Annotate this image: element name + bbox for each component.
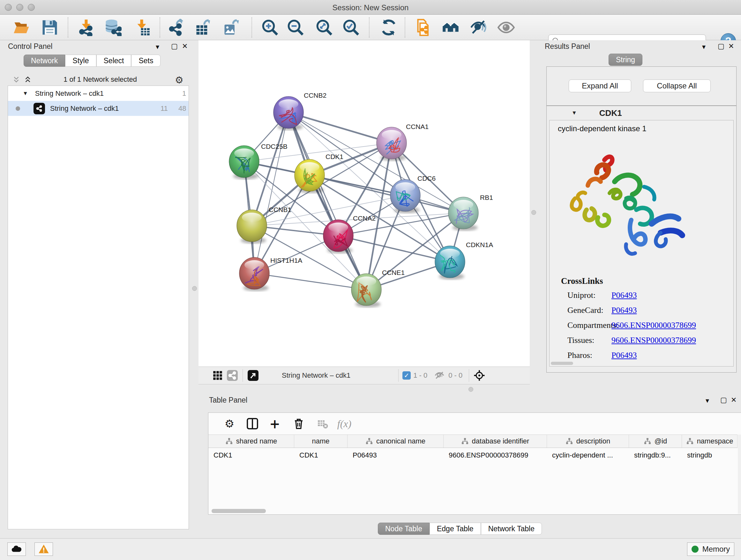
collapse-all-button[interactable]: Collapse All xyxy=(643,79,711,92)
column-header-database-identifier[interactable]: database identifier xyxy=(444,435,547,448)
import-table-button[interactable] xyxy=(132,18,151,37)
birds-eye-view-icon[interactable] xyxy=(473,369,486,382)
column-header-name[interactable]: name xyxy=(294,435,347,448)
table-row[interactable]: CDK1CDK1P064939606.ENSP00000378699cyclin… xyxy=(208,448,738,462)
network-node-ccnb1[interactable]: CCNB1 xyxy=(237,206,291,244)
home-networks-button[interactable] xyxy=(441,18,460,37)
column-header--id[interactable]: @id xyxy=(629,435,682,448)
panel-float-icon[interactable]: ▢ xyxy=(720,396,727,404)
network-row[interactable]: String Network – cdk1 11 48 xyxy=(8,101,189,116)
zoom-selected-button[interactable] xyxy=(341,18,360,37)
tab-sets[interactable]: Sets xyxy=(131,55,160,67)
table-cell[interactable]: 9606.ENSP00000378699 xyxy=(444,448,547,462)
network-canvas[interactable]: CCNB2CCNA1CDC25BCDK1CDC6RB1CCNB1CCNA2CDK… xyxy=(199,40,530,367)
selected-checkbox-icon[interactable]: ✓ xyxy=(402,371,411,380)
table-cell[interactable]: cyclin-dependent ... xyxy=(547,448,629,462)
tab-select[interactable]: Select xyxy=(96,55,131,67)
tab-style[interactable]: Style xyxy=(65,55,96,67)
crosslink-link[interactable]: 9606.ENSP00000378699 xyxy=(611,335,696,345)
show-columns-icon[interactable] xyxy=(244,415,261,432)
node-label-ccnb2: CCNB2 xyxy=(304,91,327,99)
entry-header[interactable]: ▼ CDK1 xyxy=(547,106,736,120)
memory-button[interactable]: Memory xyxy=(687,543,734,556)
panel-collapse-icon[interactable]: ▾ xyxy=(156,43,159,51)
table-vscrollbar[interactable] xyxy=(738,435,741,514)
column-header-description[interactable]: description xyxy=(547,435,629,448)
column-header-canonical-name[interactable]: canonical name xyxy=(347,435,444,448)
entry-collapse-arrow-icon[interactable]: ▼ xyxy=(571,110,577,116)
network-node-cdc6[interactable]: CDC6 xyxy=(390,175,435,213)
zoom-out-button[interactable] xyxy=(286,18,305,37)
panel-collapse-icon[interactable]: ▾ xyxy=(702,43,705,51)
network-edge[interactable] xyxy=(310,175,463,213)
right-splitter-handle[interactable] xyxy=(531,210,536,215)
export-table-button[interactable] xyxy=(194,18,213,37)
tab-network[interactable]: Network xyxy=(23,55,65,67)
expand-all-chevrons-icon[interactable] xyxy=(23,75,32,84)
table-cell[interactable]: CDK1 xyxy=(294,448,347,462)
export-network-button[interactable] xyxy=(167,18,186,37)
view-title: String Network – cdk1 xyxy=(282,371,350,380)
add-column-icon[interactable]: ＋ xyxy=(266,415,283,432)
zoom-fit-button[interactable] xyxy=(315,18,334,37)
show-all-button[interactable] xyxy=(496,18,516,37)
network-node-ccnb2[interactable]: CCNB2 xyxy=(273,91,327,130)
save-session-button[interactable] xyxy=(40,18,59,37)
network-node-cdk1[interactable]: CDK1 xyxy=(294,153,343,193)
tab-edge-table[interactable]: Edge Table xyxy=(429,523,481,535)
network-graph[interactable]: CCNB2CCNA1CDC25BCDK1CDC6RB1CCNB1CCNA2CDK… xyxy=(199,40,530,367)
zoom-in-button[interactable] xyxy=(260,18,280,37)
view-grid-icon[interactable] xyxy=(211,369,224,382)
export-image-button[interactable] xyxy=(222,18,241,37)
apply-layout-button[interactable] xyxy=(379,18,398,37)
panel-close-icon[interactable]: ✕ xyxy=(728,42,734,51)
table-cell[interactable]: stringdb:9... xyxy=(629,448,682,462)
network-edge[interactable] xyxy=(288,112,392,143)
column-header-namespace[interactable]: namespace xyxy=(682,435,738,448)
tab-node-table[interactable]: Node Table xyxy=(378,523,429,535)
expand-all-button[interactable]: Expand All xyxy=(569,79,631,92)
panel-collapse-icon[interactable]: ▾ xyxy=(705,396,709,405)
results-scrollbar-thumb[interactable] xyxy=(551,362,573,365)
import-network-database-button[interactable] xyxy=(104,18,123,37)
collapse-all-chevrons-icon[interactable] xyxy=(12,75,20,84)
crosslink-link[interactable]: P06493 xyxy=(611,306,636,315)
detach-view-icon[interactable] xyxy=(247,369,259,382)
tab-network-table[interactable]: Network Table xyxy=(481,523,542,535)
network-edge[interactable] xyxy=(254,273,366,290)
panel-float-icon[interactable]: ▢ xyxy=(718,42,724,51)
tree-expand-arrow-icon[interactable]: ▼ xyxy=(23,90,28,97)
view-share-icon[interactable] xyxy=(226,369,239,382)
panel-close-icon[interactable]: ✕ xyxy=(731,396,737,404)
tab-string[interactable]: String xyxy=(609,54,643,66)
panel-float-icon[interactable]: ▢ xyxy=(171,42,178,51)
gear-icon[interactable]: ⚙ xyxy=(175,74,184,85)
warnings-button[interactable] xyxy=(35,543,53,556)
open-folder-icon xyxy=(13,19,30,36)
panel-close-icon[interactable]: ✕ xyxy=(182,42,188,51)
table-cell[interactable]: stringdb xyxy=(682,448,738,462)
network-node-ccna1[interactable]: CCNA1 xyxy=(377,123,428,161)
network-collection-row[interactable]: ▼ String Network – cdk1 1 xyxy=(8,86,189,101)
bottom-splitter-handle[interactable] xyxy=(468,387,473,392)
network-node-rb1[interactable]: RB1 xyxy=(448,194,493,231)
open-session-button[interactable] xyxy=(12,18,31,37)
crosslink-link[interactable]: P06493 xyxy=(611,351,636,360)
import-network-file-button[interactable] xyxy=(77,18,96,37)
column-header-shared-name[interactable]: shared name xyxy=(208,435,294,448)
table-cell[interactable]: CDK1 xyxy=(208,448,294,462)
network-node-cdkn1a[interactable]: CDKN1A xyxy=(435,241,493,280)
copy-network-button[interactable] xyxy=(413,18,432,37)
hide-selected-button[interactable] xyxy=(469,18,488,37)
left-splitter-handle[interactable] xyxy=(192,286,197,291)
crosslink-link[interactable]: 9606.ENSP00000378699 xyxy=(611,320,696,330)
cloud-button[interactable] xyxy=(7,543,26,556)
table-cell[interactable]: P06493 xyxy=(347,448,444,462)
delete-column-icon[interactable] xyxy=(290,415,307,432)
table-hscrollbar-thumb[interactable] xyxy=(212,509,266,513)
network-edge[interactable] xyxy=(338,236,450,262)
table-gear-icon[interactable]: ⚙ xyxy=(221,415,238,432)
network-node-hist1h1a[interactable]: HIST1H1A xyxy=(239,257,302,291)
network-node-cdc25b[interactable]: CDC25B xyxy=(229,143,287,179)
crosslink-link[interactable]: P06493 xyxy=(611,291,636,300)
